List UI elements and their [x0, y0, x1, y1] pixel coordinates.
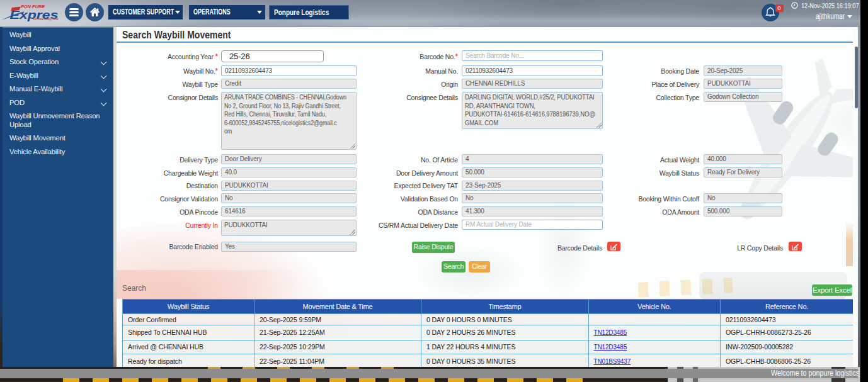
svg-text:On time every time: On time every time — [33, 17, 59, 21]
